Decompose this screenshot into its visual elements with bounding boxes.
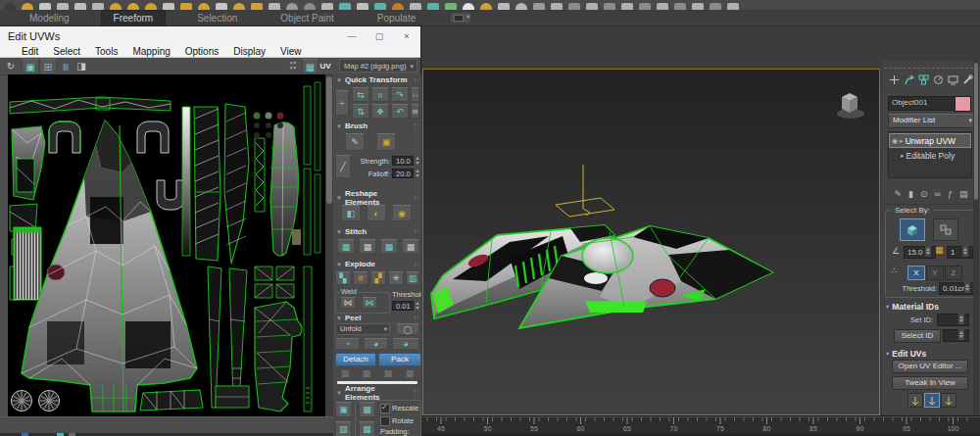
remove-modifier-icon[interactable]: ∞ — [935, 189, 941, 199]
falloff-curve-button[interactable]: ╱ — [335, 155, 351, 178]
tweak-in-view-button[interactable]: Tweak In View — [892, 376, 968, 390]
explode-button-4[interactable]: ✳ — [388, 271, 404, 285]
edit-stack-icon[interactable]: ▤ — [959, 189, 968, 199]
pack-tight-button[interactable]: ▩ — [359, 402, 375, 417]
threshold-spinner[interactable] — [964, 282, 970, 293]
object-name-field[interactable]: Object001 — [888, 96, 956, 111]
strength-spinner[interactable] — [415, 156, 420, 166]
explode-button-5[interactable]: ▥ — [406, 271, 419, 285]
perspective-viewport[interactable] — [422, 69, 880, 415]
modifier-stack-item-unwrap-uvw[interactable]: ◉ ▸ Unwrap UVW — [890, 134, 970, 147]
peel-header[interactable]: ▼Peel∷ — [333, 313, 421, 323]
uv-transform-icon-3[interactable] — [941, 393, 956, 408]
ribbon-tab-freeform[interactable]: Freeform — [101, 10, 167, 25]
map-dropdown[interactable]: Map #2 (dgdg.png) ▾ — [339, 59, 417, 73]
ribbon-overflow-icon[interactable]: ▾ — [451, 13, 470, 23]
rotate-ccw-button[interactable]: ↶ — [391, 104, 409, 119]
angle-spinner[interactable] — [925, 246, 931, 257]
peel-mode-dropdown[interactable]: Unfold▾ — [335, 323, 390, 335]
angle-threshold-field[interactable]: 15.0 — [904, 246, 936, 259]
stitch-button-3[interactable]: ▦ — [380, 239, 398, 254]
menu-tools[interactable]: Tools — [95, 46, 118, 57]
uv-transform-icon-2[interactable] — [924, 393, 940, 408]
reload-icon[interactable]: ↻ — [4, 59, 18, 73]
tab-hierarchy[interactable] — [917, 73, 930, 87]
material-ids-rollout[interactable]: ▾Material IDs — [886, 302, 939, 312]
rotate-checkbox[interactable] — [380, 416, 390, 426]
menu-edit[interactable]: Edit — [22, 46, 38, 57]
select-id-field[interactable] — [943, 329, 969, 342]
view-cube[interactable] — [837, 93, 864, 119]
rescale-checkbox[interactable] — [380, 404, 390, 413]
align-element-button[interactable]: ❖ — [371, 104, 389, 119]
select-id-button[interactable]: Select ID — [894, 329, 941, 343]
arrange-elements-header[interactable]: ▼Arrange Elements∷ — [333, 387, 421, 398]
paint-move-brush-button[interactable]: ✎ — [345, 133, 365, 151]
select-by-face-button[interactable] — [933, 218, 958, 241]
show-map-icon[interactable]: ▦ — [302, 59, 318, 74]
expand-arrow-icon[interactable]: ▸ — [900, 137, 904, 145]
brush-header[interactable]: ▼Brush∷ — [333, 121, 421, 131]
move-mode-icon[interactable]: ▣ — [22, 59, 39, 74]
uv-coordinates-label[interactable]: UV — [318, 59, 332, 73]
ribbon-tab-selection[interactable]: Selection — [185, 11, 249, 25]
strength-field[interactable]: 10.0 — [392, 156, 414, 166]
tab-modify[interactable] — [903, 73, 915, 87]
transform-gizmo-button[interactable]: ＋ — [335, 90, 349, 116]
spaceship-model[interactable] — [431, 225, 772, 328]
show-end-result-icon[interactable]: ▮ — [908, 189, 913, 199]
maximize-button[interactable]: ▢ — [366, 27, 393, 45]
rotate-cw-button[interactable]: ↷ — [391, 87, 409, 102]
edit-uvws-titlebar[interactable]: Edit UVWs — ▢ × — [0, 26, 420, 46]
menu-options[interactable]: Options — [185, 46, 219, 57]
reshape-elements-header[interactable]: ▼Reshape Elements∷ — [333, 192, 421, 203]
open-uv-editor-button[interactable]: Open UV Editor ... — [892, 360, 968, 373]
freeform-mode-icon[interactable]: ⊞ — [39, 59, 57, 74]
reshape-button-2[interactable]: ◐ — [367, 205, 386, 221]
tab-create[interactable] — [888, 73, 901, 87]
expand-arrow-icon[interactable]: ▸ — [901, 152, 905, 160]
align-vertical-button[interactable]: ⇅ — [352, 104, 369, 119]
pack-custom-button[interactable]: ▨ — [335, 421, 352, 436]
iterations-field[interactable]: 1 — [947, 246, 973, 259]
pin-stack-icon[interactable]: ✎ — [895, 189, 903, 199]
menu-view[interactable]: View — [280, 46, 302, 57]
set-id-spinner[interactable] — [958, 314, 964, 324]
eye-icon[interactable]: ◉ — [892, 137, 898, 145]
quick-transform-header[interactable]: ▼Quick Transform∷ — [333, 74, 421, 85]
pelt-map-button[interactable]: ◕ — [392, 338, 419, 350]
reshape-button-3[interactable]: ◉ — [392, 205, 412, 221]
set-id-field[interactable] — [937, 314, 969, 326]
axis-x-button[interactable]: X — [907, 266, 925, 280]
weld-all-button[interactable]: ⋈ — [362, 297, 377, 309]
weld-threshold-spinner[interactable] — [415, 301, 420, 311]
select-id-spinner[interactable] — [958, 329, 964, 340]
weld-selected-button[interactable]: ⋈ — [340, 297, 356, 309]
explode-button-1[interactable]: ▚ — [335, 271, 351, 285]
tab-motion[interactable] — [932, 73, 945, 87]
uv-transform-icon-1[interactable] — [907, 393, 923, 408]
peel-mode-button[interactable]: ◕ — [364, 338, 388, 350]
menu-mapping[interactable]: Mapping — [132, 46, 170, 57]
relax-brush-button[interactable]: ▣ — [376, 133, 396, 151]
align-horizontal-button[interactable]: ⇆ — [352, 87, 369, 102]
quick-peel-button[interactable]: ◔ — [335, 338, 360, 350]
explode-button-2[interactable]: # — [353, 271, 368, 285]
weld-threshold-field[interactable]: 0.01 — [392, 301, 414, 311]
detach-button[interactable]: Detach — [335, 353, 376, 366]
uv-canvas[interactable] — [8, 74, 325, 416]
menu-select[interactable]: Select — [53, 46, 80, 57]
stitch-header[interactable]: ▼Stitch∷ — [333, 226, 421, 237]
modifier-stack-item-editable-poly[interactable]: ▸ Editable Poly — [890, 149, 970, 162]
minimize-button[interactable]: — — [338, 27, 366, 45]
align-grid-button[interactable]: 88 — [411, 104, 419, 119]
menu-display[interactable]: Display — [233, 46, 266, 57]
peel-reset-button[interactable]: ◯ — [396, 323, 419, 335]
make-unique-icon[interactable]: ⊙ — [920, 189, 928, 199]
modifier-list-dropdown[interactable]: Modifier List▾ — [888, 114, 976, 128]
pack-button[interactable]: Pack — [378, 353, 421, 366]
uv-panel-scrollbar[interactable] — [325, 74, 333, 416]
falloff-space-icon[interactable]: ◨ — [74, 59, 88, 73]
ribbon-tab-object-paint[interactable]: Object Paint — [269, 11, 345, 25]
timeline-track[interactable]: 4550556065707580859095100 — [421, 415, 980, 436]
